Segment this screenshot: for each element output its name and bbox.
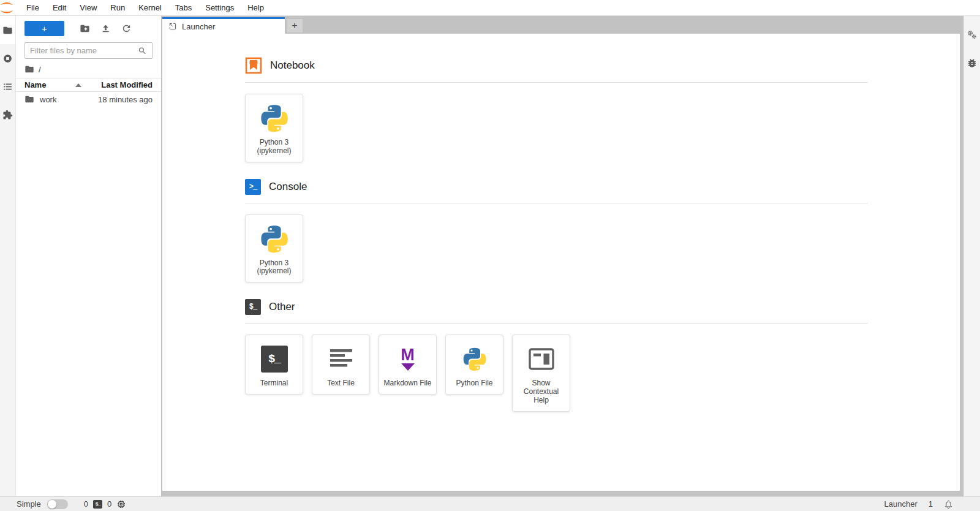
kernel-count: 0 <box>107 499 111 509</box>
file-name: work <box>40 95 56 104</box>
running-sessions-icon <box>2 53 13 64</box>
tab-launcher[interactable]: Launcher <box>162 17 285 34</box>
notification-count[interactable]: 1 <box>929 499 933 509</box>
gears-icon <box>967 29 978 40</box>
new-launcher-button[interactable]: + <box>24 21 64 36</box>
card-label: Python 3 (ipykernel) <box>257 259 291 276</box>
terminal-icon: $_ <box>245 299 261 315</box>
menu-file[interactable]: File <box>20 0 46 16</box>
filter-files-input[interactable] <box>30 46 138 55</box>
card-label: Text File <box>327 379 355 388</box>
file-modified: 18 minutes ago <box>98 95 153 104</box>
launcher-card-notebook-python3[interactable]: Python 3 (ipykernel) <box>245 94 303 162</box>
section-header: Notebook <box>245 57 868 74</box>
file-browser-panel: + <box>16 16 161 496</box>
sidebar-tab-extension-manager[interactable] <box>0 100 15 129</box>
simple-mode-toggle[interactable] <box>47 499 68 509</box>
menu-bar: File Edit View Run Kernel Tabs Settings … <box>0 0 980 16</box>
card-label: Python File <box>456 379 492 388</box>
right-activity-bar <box>963 16 980 496</box>
menu-view[interactable]: View <box>73 0 104 16</box>
file-row-work[interactable]: work 18 minutes ago <box>16 92 161 107</box>
section-header: >_ Console <box>245 179 868 195</box>
tab-bar: Launcher + <box>161 16 963 34</box>
toggle-knob <box>48 500 56 509</box>
launcher-section-notebook: Notebook Python 3 (ipykernel) <box>245 57 868 162</box>
menu-settings[interactable]: Settings <box>198 0 241 16</box>
context-label[interactable]: Launcher <box>884 499 918 509</box>
python-logo <box>258 102 290 134</box>
sidebar-tab-running-sessions[interactable] <box>0 44 15 72</box>
left-activity-bar <box>0 16 16 496</box>
section-divider <box>245 82 868 83</box>
menu-run[interactable]: Run <box>104 0 132 16</box>
terminal-status-icon: $_ <box>93 500 102 509</box>
sidebar-tab-property-inspector[interactable] <box>964 21 980 49</box>
python-logo <box>258 223 290 255</box>
breadcrumb-root[interactable]: / <box>39 65 41 74</box>
launcher-card-contextual-help[interactable]: Show Contextual Help <box>512 335 570 411</box>
notebook-icon <box>245 57 262 74</box>
card-label: Python 3 (ipykernel) <box>257 138 291 156</box>
running-sessions-status[interactable]: 0 $_ 0 <box>84 499 126 509</box>
kernel-chip-icon <box>116 499 126 509</box>
jupyterlab-window: File Edit View Run Kernel Tabs Settings … <box>0 0 980 511</box>
upload-button[interactable] <box>95 21 116 36</box>
section-title: Notebook <box>270 59 315 72</box>
sidebar-tab-table-of-contents[interactable] <box>0 72 15 100</box>
terminal-icon: $_ <box>261 346 288 373</box>
search-icon <box>138 46 147 56</box>
new-folder-icon <box>80 23 90 34</box>
sort-ascending-icon[interactable] <box>75 83 81 87</box>
main-dock-area: Launcher + Notebook <box>161 16 963 496</box>
card-row: $_ Terminal <box>245 335 868 411</box>
upload-icon <box>100 23 111 34</box>
folder-icon <box>2 25 13 36</box>
launcher-card-python-file[interactable]: Python File <box>445 335 503 395</box>
launcher-card-text-file[interactable]: Text File <box>312 335 370 395</box>
tab-label: Launcher <box>182 22 215 31</box>
menu-help[interactable]: Help <box>241 0 271 16</box>
status-bar: Simple 0 $_ 0 Launcher 1 <box>0 496 980 511</box>
card-row: Python 3 (ipykernel) <box>245 214 868 283</box>
launcher-panel: Notebook Python 3 (ipykernel) <box>162 34 960 491</box>
launcher-section-other: $_ Other $_ Terminal <box>245 299 868 411</box>
folder-icon <box>24 94 34 104</box>
file-browser-toolbar: + <box>16 16 161 37</box>
terminal-count: 0 <box>84 499 88 509</box>
column-header-name[interactable]: Name <box>24 80 46 89</box>
launcher-card-console-python3[interactable]: Python 3 (ipykernel) <box>245 214 303 283</box>
section-header: $_ Other <box>245 299 868 315</box>
menu-tabs[interactable]: Tabs <box>168 0 198 16</box>
table-of-contents-icon <box>2 81 13 92</box>
bug-icon <box>967 58 978 69</box>
refresh-icon <box>121 23 132 34</box>
sidebar-tab-debugger[interactable] <box>964 49 980 77</box>
section-title: Console <box>269 181 307 193</box>
file-list-header: Name Last Modified <box>16 78 161 92</box>
puzzle-icon <box>2 110 13 120</box>
new-tab-button[interactable]: + <box>286 18 303 33</box>
launcher-tab-icon <box>168 22 177 31</box>
column-header-modified[interactable]: Last Modified <box>101 80 153 89</box>
text-file-icon <box>328 347 354 371</box>
bell-icon[interactable] <box>944 499 953 509</box>
card-label: Show Contextual Help <box>515 379 567 404</box>
home-folder-icon[interactable] <box>24 64 34 74</box>
launcher-body: Notebook Python 3 (ipykernel) <box>162 34 960 412</box>
new-folder-button[interactable] <box>74 21 95 36</box>
sidebar-tab-file-browser[interactable] <box>0 16 15 44</box>
launcher-section-console: >_ Console Python 3 (ipykernel) <box>245 179 868 283</box>
menu-kernel[interactable]: Kernel <box>132 0 168 16</box>
refresh-button[interactable] <box>116 21 137 36</box>
contextual-help-icon <box>529 348 554 370</box>
simple-mode-label: Simple <box>17 499 41 509</box>
down-arrow-icon <box>401 363 415 371</box>
section-divider <box>245 203 868 203</box>
workspace: + <box>0 16 980 496</box>
menu-edit[interactable]: Edit <box>46 0 73 16</box>
launcher-card-markdown-file[interactable]: M Markdown File <box>379 335 437 395</box>
filter-files-box <box>24 42 153 59</box>
section-title: Other <box>269 301 295 313</box>
launcher-card-terminal[interactable]: $_ Terminal <box>245 335 303 395</box>
